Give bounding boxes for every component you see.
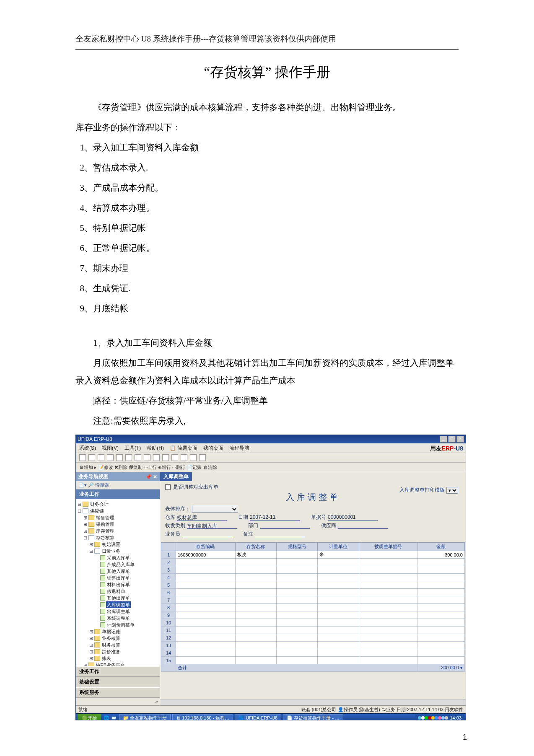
- minimize-button[interactable]: _: [440, 436, 447, 443]
- tree-node[interactable]: ⊟供应链: [78, 507, 158, 514]
- tree-node[interactable]: ⊞跌价准备: [78, 648, 158, 655]
- doc-tab[interactable]: 入库调整单: [160, 472, 192, 481]
- form-field[interactable]: 部门: [248, 522, 310, 529]
- form-field[interactable]: 供应商: [321, 522, 388, 529]
- tray-icon[interactable]: [435, 716, 438, 720]
- tray-icon[interactable]: [438, 716, 441, 720]
- toolbar-1[interactable]: [76, 453, 466, 463]
- horizontal-scrollbar[interactable]: [160, 699, 466, 705]
- tree-node[interactable]: 其他出库单: [78, 595, 158, 601]
- taskbar-task[interactable]: 📁 全友家私操作手册: [119, 714, 171, 720]
- toolbar-icon[interactable]: [107, 454, 114, 461]
- tree-node[interactable]: ⊞销售管理: [78, 514, 158, 521]
- toolbar-icon[interactable]: [125, 454, 132, 461]
- tree-node[interactable]: ⊞财务核算: [78, 642, 158, 648]
- tray-icon[interactable]: [428, 716, 431, 720]
- nav-category[interactable]: 业务工作: [76, 489, 160, 499]
- tree-node[interactable]: 入库调整单: [78, 601, 158, 608]
- taskbar-task[interactable]: 🖥 192.168.0.130 - 远程…: [172, 714, 233, 720]
- data-grid[interactable]: 存货编码存货名称规格型号计量单位被调整单据号金额116030000000板皮米3…: [161, 542, 465, 672]
- nav-section[interactable]: 基础设置: [76, 677, 160, 687]
- tree-node[interactable]: ⊞单据记账: [78, 628, 158, 635]
- tree-node[interactable]: ⊞WEB业务平台: [78, 662, 158, 666]
- tray-icon[interactable]: [425, 716, 428, 720]
- form-field[interactable]: 单据号0000000001: [311, 514, 378, 521]
- toolbar-2[interactable]: 🗎增加 ▸ 📝修改 ✖删除 🗐复制 ⇦上行 ⊕增行 ⇨删行 📄记账 🗑清除: [76, 463, 466, 472]
- menu-item[interactable]: 流程导航: [229, 445, 249, 452]
- toolbar-icon[interactable]: [199, 454, 206, 461]
- menu-item[interactable]: 我的桌面: [203, 445, 223, 452]
- tree-node[interactable]: ⊞库存管理: [78, 528, 158, 534]
- toolbar-icon[interactable]: [181, 454, 187, 461]
- ufida-logo: 用友ERP-U8: [430, 445, 463, 453]
- toolbar-icon[interactable]: [162, 454, 169, 461]
- tree-node[interactable]: ⊟财务会计: [78, 501, 158, 507]
- nav-search[interactable]: 📄▾ 🔎 请搜索: [76, 481, 160, 489]
- form-field[interactable]: 业务员: [165, 531, 232, 538]
- section1-p3: 注意:需要依照库房录入,: [75, 412, 459, 430]
- toolbar-icon[interactable]: [135, 454, 141, 461]
- start-button[interactable]: 🟢 开始: [78, 714, 101, 720]
- tree-node[interactable]: ⊟存货核算: [78, 534, 158, 541]
- maximize-button[interactable]: □: [448, 436, 456, 443]
- tree-node[interactable]: 假退料单: [78, 588, 158, 595]
- tree-node[interactable]: 销售出库单: [78, 575, 158, 581]
- tree-node[interactable]: 材料出库单: [78, 581, 158, 588]
- nav-section[interactable]: 系统服务: [76, 687, 160, 698]
- tray-icon[interactable]: [418, 716, 421, 720]
- tree-node[interactable]: 采购入库单: [78, 554, 158, 561]
- tray-icon[interactable]: [445, 716, 448, 720]
- step-6: 6、正常单据记帐。: [80, 239, 459, 257]
- form-field[interactable]: 仓库板材总库: [165, 514, 227, 521]
- taskbar-task[interactable]: 🟦 UFIDA ERP-U8: [235, 714, 281, 720]
- close-button[interactable]: ×: [456, 436, 464, 443]
- nav-tree[interactable]: ⊟财务会计⊟供应链⊞销售管理⊞采购管理⊞库存管理⊟存货核算⊞初始设置⊟日常业务采…: [76, 499, 160, 666]
- tree-node[interactable]: 计划价调整单: [78, 621, 158, 628]
- tree-node[interactable]: 产成品入库单: [78, 561, 158, 568]
- form-field[interactable]: 收发类别车间自制入库: [165, 522, 237, 529]
- quicklaunch[interactable]: 🌐 📨: [104, 715, 117, 721]
- toolbar-icon[interactable]: [153, 454, 160, 461]
- tray-icon[interactable]: [441, 716, 445, 720]
- sort-label: 表体排序：: [165, 505, 190, 513]
- tree-node[interactable]: ⊞业务核算: [78, 635, 158, 642]
- menubar: 系统(S)视图(V)工具(T)帮助(H)📋 简易桌面我的桌面流程导航: [76, 443, 466, 453]
- step-7: 7、期末办理: [80, 259, 459, 277]
- print-template-select[interactable]: ▾: [446, 487, 458, 494]
- taskbar-task[interactable]: 📄 存货核算操作手册 - …: [283, 714, 343, 720]
- toolbar-icon[interactable]: [79, 454, 86, 461]
- menu-item[interactable]: 📋 简易桌面: [170, 445, 197, 452]
- tree-node[interactable]: ⊟日常业务: [78, 548, 158, 554]
- section1-p1: 月底依照加工车间领用资料及其他花销计算出加工车间加薪资料的实质成本，经过入库调整…: [75, 354, 459, 389]
- section1-heading: 1、录入加工车间资料入库金额: [93, 334, 459, 352]
- nav-pin-icon[interactable]: 📌 ✕: [145, 474, 157, 480]
- toolbar-icon[interactable]: [98, 454, 104, 461]
- chk-label: 是否调整对应出库单: [173, 484, 218, 491]
- tree-node[interactable]: ⊞初始设置: [78, 541, 158, 548]
- tray-icon[interactable]: [431, 716, 435, 720]
- menu-item[interactable]: 帮助(H): [147, 445, 164, 452]
- toolbar-icon[interactable]: [171, 454, 178, 461]
- tray-icon[interactable]: [421, 716, 425, 720]
- system-tray[interactable]: 14:03: [415, 715, 464, 720]
- form-field[interactable]: 备注: [243, 531, 305, 538]
- toolbar-icon[interactable]: [144, 454, 150, 461]
- nav-title: 业务导航视图: [78, 473, 109, 480]
- step-8: 8、生成凭证.: [80, 280, 459, 297]
- tree-node[interactable]: ⊞账表: [78, 655, 158, 662]
- toolbar-icon[interactable]: [190, 454, 197, 461]
- step-5: 5、特别单据记帐: [80, 219, 459, 237]
- tree-node[interactable]: ⊞采购管理: [78, 521, 158, 528]
- chk-adjust-out[interactable]: [165, 484, 171, 490]
- tree-node[interactable]: 系统调整单: [78, 615, 158, 621]
- tree-node[interactable]: 其他入库单: [78, 568, 158, 575]
- nav-section[interactable]: 业务工作: [76, 666, 160, 677]
- toolbar-icon[interactable]: [116, 454, 123, 461]
- menu-item[interactable]: 系统(S): [79, 445, 96, 452]
- tree-node[interactable]: 出库调整单: [78, 608, 158, 615]
- menu-item[interactable]: 工具(T): [124, 445, 141, 452]
- toolbar-icon[interactable]: [88, 454, 95, 461]
- sort-select[interactable]: [192, 506, 238, 513]
- form-field[interactable]: 日期2007-12-11: [238, 514, 300, 521]
- menu-item[interactable]: 视图(V): [102, 445, 119, 452]
